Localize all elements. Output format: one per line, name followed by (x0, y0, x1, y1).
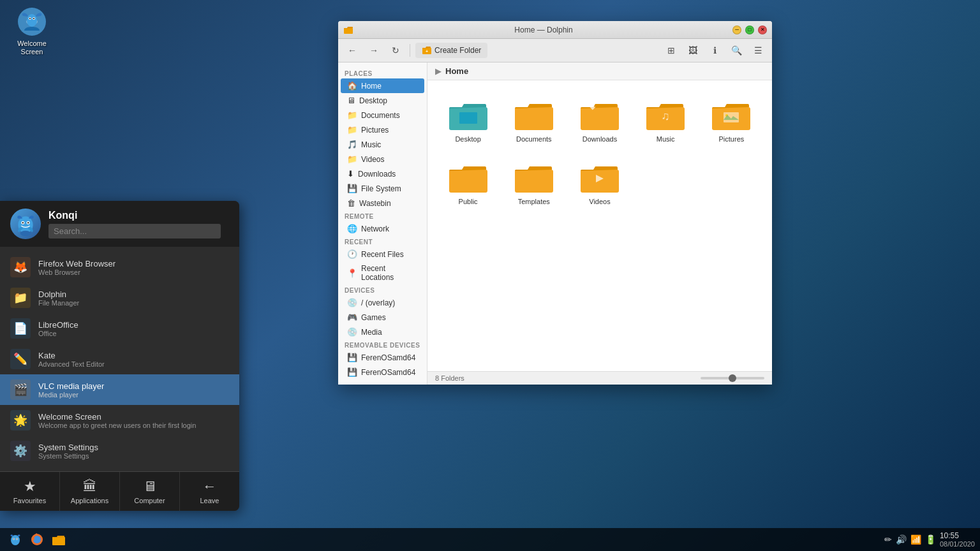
create-folder-button[interactable]: + Create Folder (415, 43, 487, 58)
tray-edit-icon[interactable]: ✏ (884, 534, 892, 545)
sidebar-item-pictures[interactable]: 📁 Pictures (341, 122, 424, 137)
dolphin-main: ▶ Home Desktop Documents Downloads (427, 62, 772, 385)
info-panel-button[interactable]: 🖼 (684, 41, 702, 59)
menu-button[interactable]: ☰ (749, 41, 767, 59)
forward-button[interactable]: → (365, 41, 383, 59)
app-info-kate: Kate Advanced Text Editor (38, 351, 105, 368)
sidebar-item-media[interactable]: 💿 Media (341, 325, 424, 339)
sidebar-label-network: Network (361, 224, 389, 233)
sidebar-label-overlay: / (overlay) (361, 298, 395, 307)
app-item-welcome[interactable]: 🌟 Welcome Screen Welcome app to greet ne… (0, 405, 239, 436)
launcher-bottom-favourites[interactable]: ★ Favourites (0, 472, 60, 511)
launcher-bottom-applications[interactable]: 🏛 Applications (60, 472, 120, 511)
properties-button[interactable]: ℹ (706, 41, 724, 59)
app-item-firefox[interactable]: 🦊 Firefox Web Browser Web Browser (0, 252, 239, 283)
sidebar-icon-recent-files: 🕐 (347, 249, 357, 259)
launcher-bottom-label-computer: Computer (134, 497, 165, 504)
launcher-bottom-leave[interactable]: ← Leave (180, 472, 239, 511)
sidebar-item-downloads[interactable]: ⬇ Downloads (341, 166, 424, 181)
launcher-search[interactable] (48, 224, 221, 239)
maximize-button[interactable]: □ (745, 26, 754, 34)
folder-downloads[interactable]: Downloads (569, 91, 630, 148)
app-info-vlc: VLC media player Media player (38, 381, 104, 399)
folder-documents[interactable]: Documents (503, 91, 564, 148)
dolphin-title: Home — Dolphin (357, 26, 730, 34)
desktop-icon-label2: Screen (21, 48, 43, 56)
folder-svg-desktop (448, 96, 489, 131)
svg-rect-17 (459, 112, 477, 124)
folder-music[interactable]: ♫ Music (635, 91, 696, 148)
sidebar-item-music[interactable]: 🎵 Music (341, 137, 424, 152)
sidebar-item-feren1[interactable]: 💾 FerenOSamd64 (341, 350, 424, 365)
dolphin-statusbar: 8 Folders (427, 371, 772, 385)
launcher-bottom-bar: ★ Favourites 🏛 Applications 🖥 Computer ←… (0, 471, 239, 511)
tray-volume-icon[interactable]: 🔊 (896, 534, 907, 545)
sidebar-label-wastebin: Wastebin (359, 199, 391, 208)
sidebar-label-home: Home (361, 82, 382, 91)
sidebar-label-videos: Videos (361, 155, 384, 164)
close-button[interactable]: ✕ (758, 26, 767, 34)
launcher-bottom-computer[interactable]: 🖥 Computer (120, 472, 180, 511)
tray-network-icon[interactable]: 📶 (910, 534, 921, 545)
window-buttons: ─ □ ✕ (730, 26, 767, 34)
svg-rect-13 (344, 28, 353, 34)
dolphin-content: Desktop Documents Downloads ♫ Music (427, 80, 772, 371)
sidebar-icon-recent-locations: 📍 (347, 268, 357, 278)
folder-templates[interactable]: Templates (503, 153, 564, 210)
view-mode-button[interactable]: ⊞ (662, 41, 680, 59)
folder-name-documents: Documents (516, 135, 552, 143)
launcher-bottom-icon-leave: ← (203, 478, 217, 495)
sidebar-label-feren1: FerenOSamd64 (361, 353, 415, 362)
zoom-slider[interactable] (701, 377, 764, 379)
app-item-kate[interactable]: ✏️ Kate Advanced Text Editor (0, 344, 239, 374)
sidebar-item-recent-locations[interactable]: 📍 Recent Locations (341, 261, 424, 284)
back-button[interactable]: ← (343, 41, 361, 59)
sidebar-label-documents: Documents (361, 111, 400, 120)
reload-button[interactable]: ↻ (387, 41, 405, 59)
taskbar-firefox[interactable] (27, 529, 47, 550)
taskbar-dolphin[interactable] (48, 529, 69, 550)
sidebar-item-overlay[interactable]: 💿 / (overlay) (341, 295, 424, 310)
app-info-libreoffice: LibreOffice Office (38, 320, 78, 337)
desktop-icon-welcome[interactable]: Welcome Screen (6, 6, 57, 56)
taskbar-konqi[interactable] (5, 529, 26, 550)
app-item-settings[interactable]: ⚙️ System Settings System Settings (0, 436, 239, 466)
launcher-header: Konqi (0, 201, 239, 247)
sidebar-section-devices: Devices (338, 284, 427, 295)
minimize-button[interactable]: ─ (732, 26, 741, 34)
folder-desktop[interactable]: Desktop (438, 91, 498, 148)
app-desc-libreoffice: Office (38, 330, 78, 337)
sidebar-item-feren2[interactable]: 💾 FerenOSamd64 (341, 365, 424, 379)
app-item-dolphin[interactable]: 📁 Dolphin File Manager (0, 283, 239, 313)
tray-battery-icon[interactable]: 🔋 (925, 534, 936, 545)
sidebar-label-downloads: Downloads (358, 170, 396, 179)
app-item-vlc[interactable]: 🎬 VLC media player Media player (0, 374, 239, 405)
app-desc-vlc: Media player (38, 391, 104, 399)
app-name-kate: Kate (38, 351, 105, 360)
search-button[interactable]: 🔍 (727, 41, 745, 59)
sidebar-label-media: Media (361, 328, 382, 337)
sidebar-item-desktop[interactable]: 🖥 Desktop (341, 93, 424, 108)
sidebar-item-videos[interactable]: 📁 Videos (341, 152, 424, 166)
create-folder-label: Create Folder (434, 46, 481, 55)
folder-videos[interactable]: Videos (569, 153, 630, 210)
folder-svg-music: ♫ (645, 96, 686, 131)
breadcrumb-arrow: ▶ (435, 66, 442, 76)
sidebar-item-games[interactable]: 🎮 Games (341, 310, 424, 325)
app-item-libreoffice[interactable]: 📄 LibreOffice Office (0, 313, 239, 344)
taskbar: ✏ 🔊 📶 🔋 10:55 08/01/2020 (0, 528, 980, 551)
sidebar-item-home[interactable]: 🏠 Home (341, 78, 424, 93)
sidebar-icon-feren1: 💾 (347, 353, 357, 362)
sidebar-item-file-system[interactable]: 💾 File System (341, 181, 424, 196)
folder-svg-documents (514, 96, 554, 131)
launcher-bottom-icon-applications: 🏛 (83, 478, 97, 495)
sidebar-item-wastebin[interactable]: 🗑 Wastebin (341, 196, 424, 210)
desktop-icon-label: Welcome (17, 40, 47, 48)
app-name-welcome: Welcome Screen (38, 412, 196, 422)
sidebar-item-documents[interactable]: 📁 Documents (341, 108, 424, 122)
folder-public[interactable]: Public (438, 153, 498, 210)
sidebar-icon-wastebin: 🗑 (347, 198, 355, 208)
sidebar-item-recent-files[interactable]: 🕐 Recent Files (341, 247, 424, 261)
folder-pictures[interactable]: Pictures (701, 91, 762, 148)
sidebar-item-network[interactable]: 🌐 Network (341, 221, 424, 236)
